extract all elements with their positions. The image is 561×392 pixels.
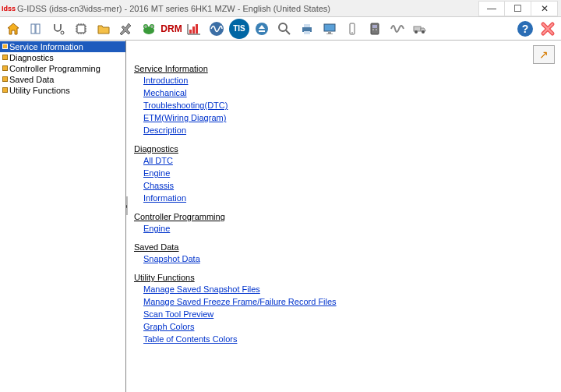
section-title-diagnostics: Diagnostics bbox=[134, 144, 561, 154]
svg-rect-20 bbox=[324, 24, 335, 31]
waveform-icon[interactable] bbox=[206, 19, 227, 39]
svg-rect-11 bbox=[189, 30, 192, 34]
bullet-icon bbox=[2, 87, 8, 93]
link-chassis[interactable]: Chassis bbox=[143, 179, 174, 192]
svg-rect-29 bbox=[414, 26, 421, 31]
svg-rect-12 bbox=[192, 26, 195, 34]
device-icon[interactable] bbox=[365, 19, 385, 39]
toolbar: DRM TIS ? bbox=[0, 17, 561, 41]
truck-icon[interactable] bbox=[410, 19, 430, 39]
link-engine[interactable]: Engine bbox=[143, 167, 170, 179]
link-information[interactable]: Information bbox=[143, 192, 186, 204]
sidebar-item-utility-functions[interactable]: Utility Functions bbox=[0, 85, 125, 96]
bullet-icon bbox=[2, 76, 8, 82]
link-troubleshooting-dtc[interactable]: Troubleshooting(DTC) bbox=[143, 99, 228, 111]
workspace: Service Information Diagnostics Controll… bbox=[0, 41, 561, 392]
svg-rect-27 bbox=[372, 29, 374, 30]
frog-icon[interactable] bbox=[139, 19, 159, 39]
link-all-dtc[interactable]: All DTC bbox=[143, 154, 173, 167]
sidebar-item-saved-data[interactable]: Saved Data bbox=[0, 74, 125, 85]
sidebar: Service Information Diagnostics Controll… bbox=[0, 41, 126, 392]
book-icon[interactable] bbox=[26, 19, 46, 39]
svg-point-30 bbox=[415, 30, 418, 34]
sidebar-item-controller-programming[interactable]: Controller Programming bbox=[0, 63, 125, 74]
svg-rect-13 bbox=[196, 24, 198, 34]
link-introduction[interactable]: Introduction bbox=[143, 74, 188, 87]
sidebar-item-label: Service Information bbox=[9, 42, 83, 51]
search-icon[interactable] bbox=[274, 19, 295, 39]
sidebar-item-label: Utility Functions bbox=[9, 86, 70, 95]
svg-point-24 bbox=[351, 32, 353, 34]
sidebar-item-diagnostics[interactable]: Diagnostics bbox=[0, 52, 125, 63]
maximize-button[interactable]: ☐ bbox=[505, 1, 531, 16]
link-manage-freeze-frame[interactable]: Manage Saved Freeze Frame/Failure Record… bbox=[143, 295, 337, 308]
popout-button[interactable]: ↗ bbox=[533, 45, 555, 64]
title-bar: Idss G-IDSS (idss-cn3\idss-mer) - 2016 M… bbox=[0, 0, 561, 17]
svg-rect-1 bbox=[36, 24, 40, 34]
link-engine-programming[interactable]: Engine bbox=[143, 222, 170, 235]
exit-icon[interactable] bbox=[538, 19, 558, 39]
link-toc-colors[interactable]: Table of Contents Colors bbox=[143, 333, 237, 345]
link-graph-colors[interactable]: Graph Colors bbox=[143, 320, 194, 333]
chart-icon[interactable] bbox=[184, 19, 204, 39]
print-icon[interactable] bbox=[297, 19, 317, 39]
window-controls: — ☐ ✕ bbox=[478, 1, 558, 16]
bullet-icon bbox=[2, 44, 8, 49]
eject-icon[interactable] bbox=[252, 19, 272, 39]
drm-button[interactable]: DRM bbox=[161, 19, 182, 39]
tis-button[interactable]: TIS bbox=[229, 19, 249, 39]
link-scan-tool-preview[interactable]: Scan Tool Preview bbox=[143, 308, 213, 320]
wave-icon[interactable] bbox=[387, 19, 408, 39]
bullet-icon bbox=[2, 55, 8, 60]
svg-rect-22 bbox=[326, 34, 333, 34]
sidebar-item-service-information[interactable]: Service Information bbox=[0, 41, 125, 52]
minimize-button[interactable]: — bbox=[478, 1, 505, 16]
svg-rect-26 bbox=[372, 25, 377, 28]
wrench-icon[interactable] bbox=[116, 19, 136, 39]
sidebar-item-label: Diagnostics bbox=[9, 53, 54, 62]
svg-rect-19 bbox=[304, 31, 310, 34]
svg-text:?: ? bbox=[522, 23, 529, 35]
svg-point-10 bbox=[151, 26, 152, 26]
folder-icon[interactable] bbox=[94, 19, 114, 39]
svg-rect-28 bbox=[376, 29, 377, 30]
sidebar-item-label: Saved Data bbox=[9, 75, 54, 84]
section-title-controller-programming: Controller Programming bbox=[134, 212, 561, 221]
svg-rect-21 bbox=[328, 32, 331, 34]
svg-point-31 bbox=[422, 30, 425, 34]
svg-rect-3 bbox=[77, 25, 85, 33]
link-description[interactable]: Description bbox=[143, 124, 186, 136]
splitter-handle[interactable]: ◂ bbox=[126, 196, 128, 215]
sidebar-item-label: Controller Programming bbox=[9, 64, 101, 73]
link-manage-snapshot-files[interactable]: Manage Saved Snapshot Files bbox=[143, 283, 260, 295]
link-etm-wiring-diagram[interactable]: ETM(Wiring Diagram) bbox=[143, 111, 226, 124]
svg-rect-18 bbox=[304, 24, 310, 27]
section-title-utility-functions: Utility Functions bbox=[134, 273, 561, 282]
help-icon[interactable]: ? bbox=[515, 19, 535, 39]
bullet-icon bbox=[2, 65, 8, 71]
svg-point-2 bbox=[61, 31, 64, 34]
mobile-icon[interactable] bbox=[342, 19, 362, 39]
svg-rect-0 bbox=[31, 24, 35, 34]
content-area: ◂ ↗ Service Information Introduction Mec… bbox=[126, 41, 561, 392]
section-title-saved-data: Saved Data bbox=[134, 242, 561, 252]
link-snapshot-data[interactable]: Snapshot Data bbox=[143, 253, 200, 265]
stethoscope-icon[interactable] bbox=[48, 19, 69, 39]
svg-point-16 bbox=[279, 23, 287, 31]
close-window-button[interactable]: ✕ bbox=[531, 1, 558, 16]
section-title-service-information: Service Information bbox=[134, 64, 561, 73]
monitor-icon[interactable] bbox=[319, 19, 340, 39]
chip-icon[interactable] bbox=[71, 19, 91, 39]
svg-point-9 bbox=[145, 26, 146, 26]
link-mechanical[interactable]: Mechanical bbox=[143, 87, 187, 99]
window-title: G-IDSS (idss-cn3\idss-mer) - 2016 MT ser… bbox=[17, 4, 478, 13]
home-icon[interactable] bbox=[3, 19, 23, 39]
app-icon: Idss bbox=[3, 3, 14, 14]
